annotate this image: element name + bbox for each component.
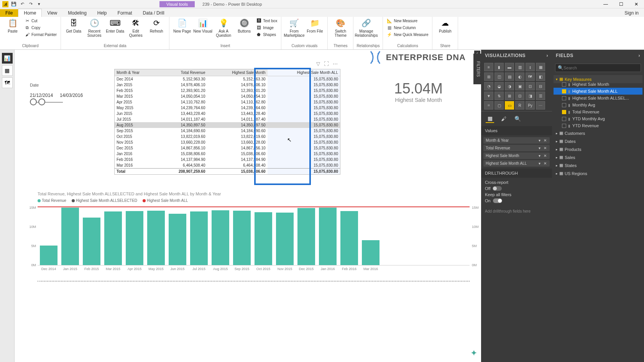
buttons-button[interactable]: 🔘Buttons [235,18,254,33]
new-page-button[interactable]: 📄New Page [172,18,192,33]
column-header[interactable]: Highest Sale Month ALL [268,69,340,76]
bar[interactable] [276,213,294,265]
close-button[interactable]: ✕ [629,0,644,8]
ask-question-button[interactable]: 💡Ask A Question [214,18,233,38]
viz-type-icon[interactable]: ≡ [484,63,493,71]
kpi-card[interactable]: 15.04M Highest Sale Month [394,80,443,103]
bar[interactable] [362,240,380,265]
viz-type-icon[interactable]: ◨ [526,92,535,100]
viz-type-icon[interactable]: ⋯ [536,101,545,110]
more-options-icon[interactable]: ⋯ [333,61,338,67]
slicer-handle-to[interactable] [38,98,45,105]
bar[interactable] [212,210,229,265]
viz-type-icon[interactable]: ▤ [505,72,514,81]
table-products[interactable]: ▸▦Products [554,145,642,153]
table-row[interactable]: Dec 20145,152,963.305,152,963.3015,075,8… [115,76,340,82]
slicer-handle-from[interactable] [30,98,37,105]
viz-type-icon[interactable]: Py [526,101,535,110]
edit-queries-button[interactable]: 🛠Edit Queries [126,18,145,38]
tab-format[interactable]: Format [112,9,138,17]
format-tab-icon[interactable]: 🖌 [499,115,508,123]
bar[interactable] [255,212,272,265]
table-customers[interactable]: ▸▦Customers [554,129,642,137]
copy-button[interactable]: ⧉Copy [24,25,58,31]
get-data-button[interactable]: 🗄Get Data [64,18,83,33]
data-view-button[interactable]: ▦ [2,65,13,76]
from-file-button[interactable]: 📁From File [305,18,324,33]
legend-item[interactable]: Highest Sale Month ALL [143,198,188,203]
table-row[interactable]: Jul 201514,011,187.4014,011,187.4015,075… [115,116,340,122]
field-well-item[interactable]: Highest Sale Month▾✕ [483,152,550,159]
fields-search[interactable]: 🔍 [555,64,641,72]
combo-chart-visual[interactable]: Total Revenue, Highest Sale Month ALLSEL… [38,192,470,271]
tab-data-drill[interactable]: Data / Drill [138,9,170,17]
viz-type-icon[interactable]: ▦ [536,63,545,71]
filters-pane-tab[interactable]: FILTERS [473,54,481,84]
redo-icon[interactable]: ↷ [28,1,34,7]
viz-type-icon[interactable]: ▮ [495,63,504,71]
viz-type-icon[interactable]: 🗺 [526,72,535,81]
filter-icon[interactable]: ▽ [316,61,320,67]
shapes-button[interactable]: ⬟Shapes [255,31,278,38]
field-item[interactable]: ▮Total Revenue [554,108,642,115]
report-view-button[interactable]: 📊 [2,53,13,64]
bar[interactable] [190,211,208,265]
field-item[interactable]: ▮Highest Sale Month [554,81,642,88]
image-button[interactable]: 🖼Image [255,25,278,31]
checkbox-icon[interactable] [562,117,566,121]
column-header[interactable]: Month & Year [115,69,158,76]
viz-type-icon[interactable]: ▬ [505,63,514,71]
bar[interactable] [83,218,100,265]
viz-type-icon[interactable]: ⊠ [505,92,514,100]
viz-type-icon[interactable]: ◑ [505,82,514,90]
bar[interactable] [147,211,165,265]
column-header[interactable]: Total Revenue [158,69,207,76]
table-us-regions[interactable]: ▸▦US Regions [554,169,642,177]
contextual-tab[interactable]: Visual tools [159,1,195,7]
bar[interactable] [233,211,251,265]
slicer-to[interactable]: 14/03/2016 [60,93,83,98]
viz-type-icon[interactable]: ▼ [484,92,493,100]
paste-button[interactable]: 📋Paste [3,18,22,33]
legend-item[interactable]: Highest Sale Month ALLSELECTED [72,198,137,203]
bar[interactable] [319,208,337,265]
viz-type-icon[interactable]: ⫿ [526,63,535,71]
field-item[interactable]: ▮YTD Revenue [554,122,642,129]
from-marketplace-button[interactable]: 🛒From Marketplace [284,18,304,38]
tab-file[interactable]: File [0,9,18,17]
slicer-from[interactable]: 21/12/2014 [30,93,53,98]
viz-type-icon[interactable]: ◧ [536,72,545,81]
refresh-button[interactable]: ⟳Refresh [147,18,166,33]
checkbox-icon[interactable] [562,82,566,87]
viz-type-icon[interactable]: ◒ [495,82,504,90]
table-row[interactable]: Jun 201513,443,228.4013,443,228.4015,075… [115,111,340,116]
report-canvas[interactable]: ‹ FILTERS ENTERPRISE DNA 15.04M Highest … [15,50,481,362]
bar[interactable] [126,211,143,265]
viz-type-icon[interactable]: ⊡ [515,92,524,100]
table-visual[interactable]: ▽ ⛶ ⋯ Month & YearTotal RevenueHighest S… [114,69,340,175]
bar[interactable] [40,246,58,265]
viz-type-icon[interactable]: ▥ [515,63,524,71]
field-well-item[interactable]: Month & Year▾✕ [483,137,550,144]
cut-button[interactable]: ✂Cut [24,18,58,24]
undo-icon[interactable]: ↶ [19,1,25,7]
table-row[interactable]: Jan 201615,038,806.6015,038,806.6015,075… [115,151,340,157]
table-row[interactable]: Sep 201514,184,690.6014,184,690.6015,075… [115,128,340,134]
signin-link[interactable]: Sign in [619,9,644,17]
chart-plot-area[interactable]: 0M5M10M15M 0M5M10M15M [38,204,470,265]
remove-field-icon[interactable]: ✕ [543,138,547,143]
bar[interactable] [297,208,315,265]
viz-type-icon[interactable]: ▢ [495,101,504,110]
tab-help[interactable]: Help [92,9,112,17]
column-header[interactable]: Highest Sale Month [207,69,267,76]
analytics-tab-icon[interactable]: 🔍 [513,115,522,123]
format-painter-button[interactable]: 🖌Format Painter [24,31,58,38]
fields-tab-icon[interactable]: ▦ [486,115,494,123]
textbox-button[interactable]: 🅰Text box [255,18,278,24]
table-row[interactable]: Dec 201514,867,856.1014,867,856.1015,075… [115,145,340,151]
viz-type-icon[interactable]: ▣ [515,82,524,90]
manage-relationships-button[interactable]: 🔗Manage Relationships [356,18,376,38]
field-item[interactable]: ▮Monthly Avg [554,102,642,108]
viz-type-icon[interactable]: ⊟ [536,82,545,90]
slicer-track[interactable] [32,102,63,103]
